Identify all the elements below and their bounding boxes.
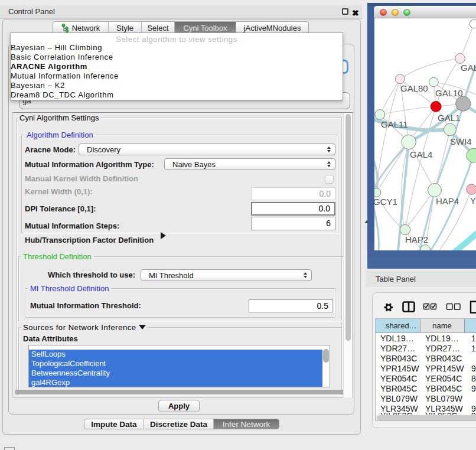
svg-text:GAL1: GAL1 (438, 113, 460, 123)
svg-text:HAP2: HAP2 (405, 234, 428, 244)
svg-text:GAL7: GAL7 (461, 63, 476, 73)
svg-text:GAL4: GAL4 (410, 149, 432, 159)
svg-text:GCY1: GCY1 (374, 197, 397, 207)
svg-text:GAL10: GAL10 (435, 88, 463, 98)
svg-text:GAL80: GAL80 (400, 83, 428, 93)
svg-text:Y: Y (470, 195, 476, 206)
svg-text:SWI4: SWI4 (450, 136, 472, 146)
svg-text:GAL11: GAL11 (381, 119, 408, 129)
svg-text:HAP4: HAP4 (436, 196, 459, 206)
